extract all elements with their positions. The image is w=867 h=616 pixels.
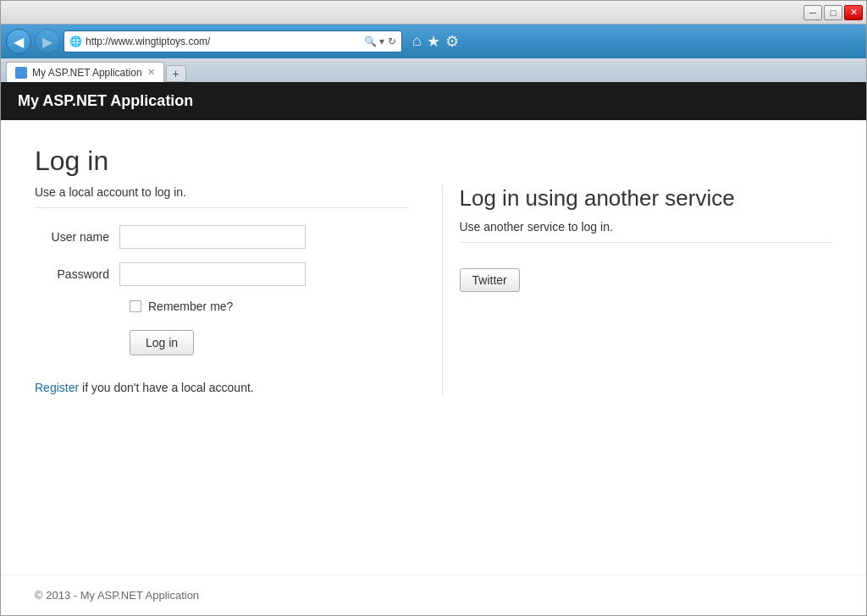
active-tab[interactable]: My ASP.NET Application ✕ xyxy=(6,62,164,82)
address-bar-text[interactable]: http://www.wingtiptoys.com/ xyxy=(86,36,361,47)
external-login-subtitle: Use another service to log in. xyxy=(460,220,833,243)
back-button[interactable]: ◀ xyxy=(6,29,31,54)
register-text: Register if you don't have a local accou… xyxy=(35,381,408,394)
address-bar-icon: 🌐 xyxy=(69,36,82,47)
maximize-button[interactable]: □ xyxy=(824,5,842,20)
tab-bar: My ASP.NET Application ✕ + xyxy=(1,58,866,82)
title-bar-controls: ─ □ ✕ xyxy=(803,5,863,20)
right-section: Log in using another service Use another… xyxy=(442,185,833,394)
nav-icons: ⌂ ★ ⚙ xyxy=(412,32,459,51)
remember-me-row: Remember me? xyxy=(130,300,408,313)
nav-bar: ◀ ▶ 🌐 http://www.wingtiptoys.com/ 🔍 ▾ ↻ … xyxy=(1,25,866,58)
close-button[interactable]: ✕ xyxy=(844,5,863,20)
remember-me-checkbox[interactable] xyxy=(130,300,141,312)
favorites-icon[interactable]: ★ xyxy=(427,32,440,51)
login-button-row: Log in xyxy=(130,330,408,355)
footer: © 2013 - My ASP.NET Application xyxy=(1,575,866,615)
footer-text: © 2013 - My ASP.NET Application xyxy=(35,589,199,602)
home-icon[interactable]: ⌂ xyxy=(412,32,422,51)
refresh-button[interactable]: ↻ xyxy=(388,36,396,47)
left-section: Use a local account to log in. User name… xyxy=(35,185,408,394)
register-link[interactable]: Register xyxy=(35,381,79,394)
settings-icon[interactable]: ⚙ xyxy=(445,32,459,51)
username-label: User name xyxy=(35,230,119,244)
forward-button[interactable]: ▶ xyxy=(35,29,60,54)
login-button[interactable]: Log in xyxy=(130,330,194,355)
external-login-title: Log in using another service xyxy=(460,185,833,212)
twitter-button[interactable]: Twitter xyxy=(460,268,520,292)
tab-favicon xyxy=(15,67,27,79)
password-label: Password xyxy=(35,267,119,281)
app-title: My ASP.NET Application xyxy=(18,92,193,109)
address-bar-container: 🌐 http://www.wingtiptoys.com/ 🔍 ▾ ↻ xyxy=(64,30,402,52)
minimize-button[interactable]: ─ xyxy=(803,5,822,20)
new-tab-button[interactable]: + xyxy=(166,65,186,82)
search-separator: 🔍 ▾ xyxy=(364,36,384,47)
local-account-subtitle: Use a local account to log in. xyxy=(35,185,408,208)
password-input[interactable] xyxy=(119,262,306,286)
page-title: Log in xyxy=(35,146,832,177)
remember-me-label: Remember me? xyxy=(148,300,233,313)
main-content: Log in Use a local account to log in. Us… xyxy=(1,120,866,575)
title-bar: ─ □ ✕ xyxy=(1,1,866,25)
username-row: User name xyxy=(35,225,408,249)
app-header: My ASP.NET Application xyxy=(1,82,866,120)
browser-window: ─ □ ✕ ◀ ▶ 🌐 http://www.wingtiptoys.com/ … xyxy=(0,0,867,616)
username-input[interactable] xyxy=(119,225,306,249)
tab-title: My ASP.NET Application xyxy=(32,67,142,79)
password-row: Password xyxy=(35,262,408,286)
tab-close-button[interactable]: ✕ xyxy=(147,67,155,78)
content-layout: Use a local account to log in. User name… xyxy=(35,185,832,394)
register-suffix: if you don't have a local account. xyxy=(82,381,254,394)
